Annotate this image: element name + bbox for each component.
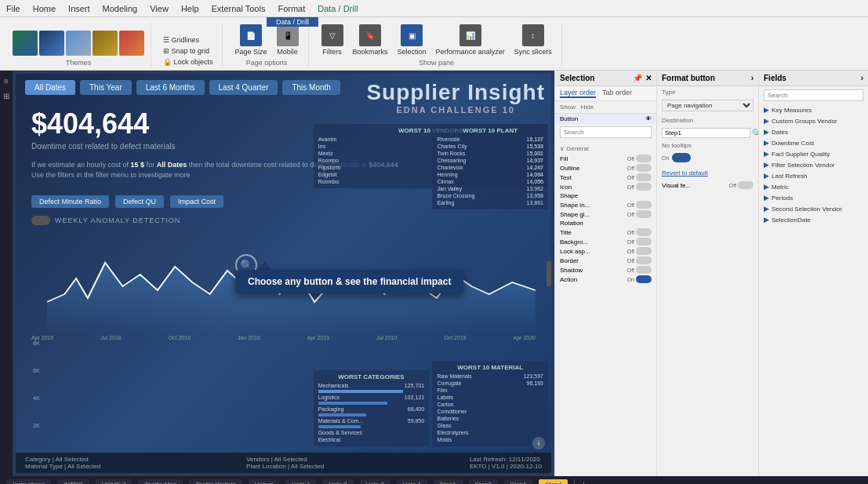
visual-fe-toggle[interactable] [738,181,754,189]
shadow-toggle[interactable] [636,266,652,274]
icon-toggle[interactable] [636,183,652,191]
field-label-periods: Periods [772,195,793,202]
add-page-btn[interactable]: + [581,480,586,485]
show-hide-labels: Show Hide [560,104,594,111]
shadow-label: Shadow [560,267,583,274]
field-periods[interactable]: ▶ Periods [759,192,868,203]
field-dates[interactable]: ▶ Dates [759,126,868,137]
sidebar-filter-icon[interactable]: ⊞ [3,92,9,100]
format-expand-icon[interactable]: › [751,74,754,82]
prop-background: Backgro... Off [560,237,652,246]
canvas-expand-btn[interactable]: › [547,261,551,286]
mobile-btn[interactable]: 📱 Mobile [274,23,302,57]
layer-button-row[interactable]: Button 👁 [555,114,656,124]
sync-slicers-btn[interactable]: ↕ Sync slicers [511,23,555,57]
anomaly-toggle[interactable] [31,216,50,225]
destination-value-row: 🔍 [657,126,758,140]
tab-home2[interactable]: HOME 2 [96,479,133,485]
selection-layer-row: Show Hide [555,101,656,114]
tab-help2[interactable]: Help 2 [322,479,353,485]
kpi-defect-qu[interactable]: Defect QU [115,195,164,208]
field-fact-supplier-quality[interactable]: ▶ Fact Supplier Quality [759,148,868,159]
chart-label-oct18: Oct 2018 [169,335,191,340]
filter-last-6-months[interactable]: Last 6 Months [136,80,205,95]
field-last-refresh[interactable]: ▶ Last Refresh [759,170,868,181]
snap-to-grid-btn[interactable]: ⊞ Snap to grid [161,46,216,56]
shape-in-toggle[interactable] [636,201,652,209]
tab-help3[interactable]: Help 3 [360,479,390,485]
tab-help1[interactable]: Help 1 [285,479,316,485]
kpi-defect-minute[interactable]: Defect Minute Ratio [31,195,109,208]
field-filter-selection-vendor[interactable]: ▶ Filter Selection Vendor [759,159,868,170]
kpi-impact-cost[interactable]: Impact Cost [170,195,223,208]
revert-btn[interactable]: Revert to default [662,169,708,176]
tab-tab-order[interactable]: Tab order [602,89,632,98]
ribbon-showpane-group: ▽ Filters 🔖 Bookmarks ▣ Selection 📊 Perf… [312,23,562,67]
tab-stop1[interactable]: Stop1 [504,479,533,485]
selection-pin-icon[interactable]: 📌 [633,74,642,82]
field-downtime-cost[interactable]: ▶ Downtime Cost [759,137,868,148]
fields-search-input[interactable] [764,89,863,101]
selection-close-icon[interactable]: ✕ [645,74,652,82]
selection-btn[interactable]: ▣ Selection [394,23,430,57]
no-tooltips-toggle[interactable] [672,153,691,162]
type-select[interactable]: Page navigation [662,100,754,111]
bookmarks-btn[interactable]: 🔖 Bookmarks [350,23,391,57]
layer-visibility-icon[interactable]: 👁 [645,115,652,122]
tab-tooltip-map[interactable]: Tooltip Map [138,479,183,485]
shape-gl-toggle[interactable] [636,210,652,218]
text-toggle[interactable] [636,173,652,181]
filter-this-month[interactable]: This Month [282,80,340,95]
fill-toggle[interactable] [636,155,652,162]
tab-helper[interactable]: Helper [249,479,280,485]
outline-toggle[interactable] [636,164,652,172]
info-highlight-2: All Dates [157,161,187,169]
field-second-selection-vendor[interactable]: ▶ Second Selection Vendor [759,203,868,214]
performance-btn[interactable]: 📊 Performance analyzer [433,23,508,57]
field-metric[interactable]: ▶ Metric [759,181,868,192]
title-toggle[interactable] [636,228,652,236]
border-toggle[interactable] [636,257,652,264]
filter-last-4-quarter[interactable]: Last 4 Quarter [209,80,278,95]
tab-step2[interactable]: Step2 [469,479,498,485]
menu-format[interactable]: Format [278,4,305,13]
sidebar-expand-icon[interactable]: ≡ [4,77,9,86]
theme-btn-4[interactable] [93,31,118,56]
gridlines-btn[interactable]: ☰ Gridlines [161,35,216,45]
menu-insert[interactable]: Insert [68,4,90,13]
theme-btn-2[interactable] [39,31,64,56]
field-custom-groups[interactable]: ▶ Custom Groups Vendor [759,115,868,126]
theme-btn-5[interactable] [119,31,144,56]
background-toggle[interactable] [636,238,652,246]
menu-file[interactable]: File [6,4,20,13]
tab-tooltip-wallets[interactable]: Tooltip Wallets [189,479,242,485]
page-size-btn[interactable]: 📄 Page Size [232,23,271,57]
menu-external-tools[interactable]: External Tools [212,4,266,13]
fields-expand-icon[interactable]: › [861,74,863,82]
lock-asp-toggle[interactable] [636,247,652,255]
menu-view[interactable]: View [150,4,169,13]
filter-this-year[interactable]: This Year [80,80,132,95]
destination-input[interactable] [662,128,750,138]
tab-layer-order[interactable]: Layer order [560,89,596,98]
menu-home[interactable]: Home [33,4,56,13]
filter-all-dates[interactable]: All Dates [25,80,75,95]
theme-btn-3[interactable] [66,31,91,56]
info-icon[interactable]: i [532,437,545,449]
field-selection-date[interactable]: ▶ SelectionDate [759,214,868,225]
tab-instructions[interactable]: Instructions [6,479,51,485]
lock-objects-btn[interactable]: 🔒 Lock objects [161,57,216,67]
filters-btn[interactable]: ▽ Filters [318,23,347,57]
format-search-input[interactable] [560,126,652,138]
menu-help[interactable]: Help [181,4,199,13]
tab-intro[interactable]: INTRO [57,479,89,485]
report-main-title: Supplier Insight [366,80,545,105]
menu-modeling[interactable]: Modeling [103,4,138,13]
action-toggle[interactable] [636,275,652,283]
tab-help4[interactable]: Help 4 [397,479,427,485]
menu-data-drill[interactable]: Data / Drill [318,4,358,13]
tab-step1[interactable]: Step1 [434,479,463,485]
theme-btn-1[interactable] [13,31,38,56]
field-key-measures[interactable]: ▶ Key Measures [759,104,868,115]
tab-step4[interactable]: Step4 [539,479,568,485]
